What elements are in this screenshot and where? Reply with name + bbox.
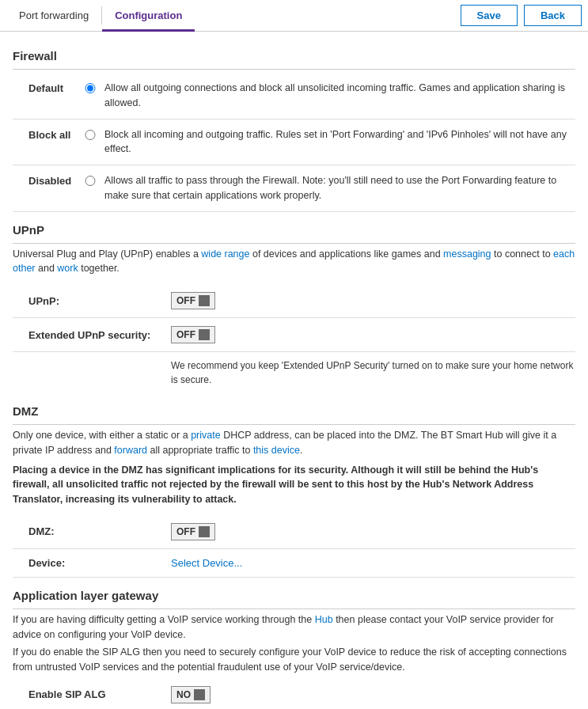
dmz-desc1: Only one device, with either a static or… bbox=[13, 428, 575, 458]
sip-alg-value: NO bbox=[176, 689, 191, 700]
header-buttons: Save Back bbox=[461, 0, 582, 31]
dmz-label: DMZ: bbox=[13, 525, 171, 537]
device-label: Device: bbox=[13, 557, 171, 569]
dmz-toggle-indicator bbox=[199, 526, 210, 537]
extended-upnp-label: Extended UPnP security: bbox=[13, 329, 171, 341]
upnp-toggle-value: OFF bbox=[176, 295, 195, 306]
firewall-disabled-radio[interactable] bbox=[84, 176, 97, 186]
firewall-blockall-radio[interactable] bbox=[84, 130, 97, 140]
firewall-default-label: Default bbox=[13, 81, 84, 94]
alg-title: Application layer gateway bbox=[13, 589, 575, 602]
extended-upnp-row: Extended UPnP security: OFF bbox=[13, 318, 575, 352]
tab-configuration[interactable]: Configuration bbox=[102, 0, 195, 31]
extended-upnp-value: OFF bbox=[176, 329, 195, 340]
dmz-desc2: Placing a device in the DMZ has signific… bbox=[13, 463, 575, 507]
save-button[interactable]: Save bbox=[461, 5, 518, 26]
sip-alg-indicator bbox=[194, 689, 205, 700]
firewall-default-text: Allow all outgoing connections and block… bbox=[104, 81, 575, 111]
dmz-row: DMZ: OFF bbox=[13, 515, 575, 549]
firewall-blockall-text: Block all incoming and outgoing traffic.… bbox=[104, 127, 575, 157]
header-tabs: Port forwarding Configuration Save Back bbox=[0, 0, 588, 32]
upnp-description: Universal Plug and Play (UPnP) enables a… bbox=[13, 247, 575, 277]
firewall-title: Firewall bbox=[13, 49, 575, 63]
device-value[interactable]: Select Device... bbox=[171, 557, 242, 569]
back-button[interactable]: Back bbox=[524, 5, 582, 26]
dmz-toggle-value: OFF bbox=[176, 526, 195, 537]
extended-upnp-toggle[interactable]: OFF bbox=[171, 326, 215, 343]
upnp-toggle-indicator bbox=[199, 295, 210, 306]
tab-port-forwarding[interactable]: Port forwarding bbox=[6, 0, 101, 31]
firewall-option-default: Default Allow all outgoing connections a… bbox=[13, 73, 575, 119]
firewall-default-radio[interactable] bbox=[84, 83, 97, 93]
main-content: Firewall Default Allow all outgoing conn… bbox=[0, 32, 588, 709]
firewall-blockall-label: Block all bbox=[13, 127, 84, 141]
firewall-option-blockall: Block all Block all incoming and outgoin… bbox=[13, 119, 575, 166]
firewall-disabled-text: Allows all traffic to pass through the F… bbox=[104, 173, 575, 203]
dmz-title: DMZ bbox=[13, 404, 575, 418]
device-row: Device: Select Device... bbox=[13, 549, 575, 578]
upnp-title: UPnP bbox=[13, 223, 575, 237]
upnp-row: UPnP: OFF bbox=[13, 284, 575, 318]
upnp-label: UPnP: bbox=[13, 295, 171, 307]
dmz-toggle[interactable]: OFF bbox=[171, 523, 215, 540]
alg-desc2: If you do enable the SIP ALG then you ne… bbox=[13, 645, 575, 675]
sip-alg-row: Enable SIP ALG NO bbox=[13, 678, 575, 709]
upnp-divider bbox=[13, 243, 575, 244]
firewall-disabled-label: Disabled bbox=[13, 173, 84, 187]
alg-desc1: If you are having difficulty getting a V… bbox=[13, 612, 575, 643]
firewall-divider bbox=[13, 69, 575, 70]
upnp-toggle[interactable]: OFF bbox=[171, 292, 215, 309]
alg-divider bbox=[13, 609, 575, 609]
firewall-option-disabled: Disabled Allows all traffic to pass thro… bbox=[13, 165, 575, 212]
sip-alg-toggle[interactable]: NO bbox=[171, 686, 211, 703]
sip-alg-label: Enable SIP ALG bbox=[13, 688, 171, 700]
extended-upnp-indicator bbox=[199, 329, 210, 340]
dmz-divider bbox=[13, 424, 575, 425]
upnp-recommend-text: We recommend you keep 'Extended UPnP Sec… bbox=[13, 352, 575, 393]
